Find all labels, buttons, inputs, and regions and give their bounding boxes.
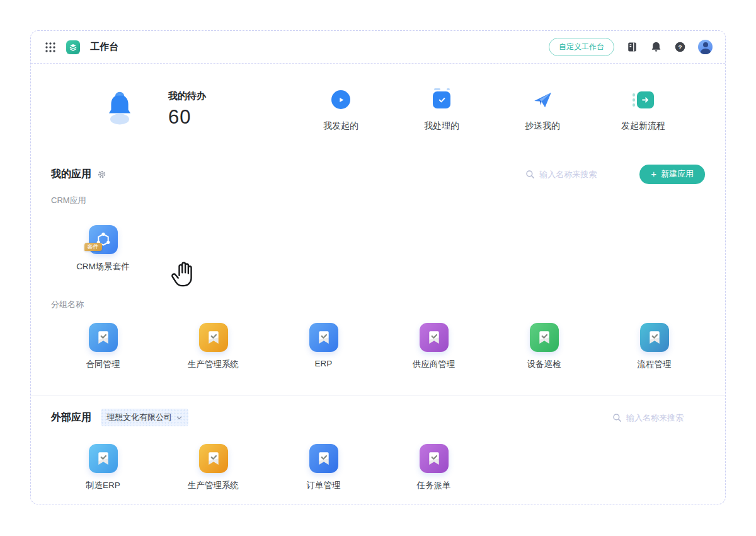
- external-apps-search-input[interactable]: [626, 413, 705, 422]
- company-selector[interactable]: 理想文化有限公司: [101, 409, 188, 426]
- app-tile[interactable]: ERP: [268, 323, 379, 370]
- todo-bell-illustration: [101, 89, 138, 127]
- bookmark-check-icon: [309, 444, 338, 473]
- external-apps-search: [612, 413, 705, 422]
- external-apps-title: 外部应用: [51, 411, 91, 424]
- bookmark-check-icon: [640, 323, 669, 352]
- manual-book-icon[interactable]: [626, 41, 638, 53]
- app-label: 供应商管理: [413, 359, 455, 370]
- my-apps-search-input[interactable]: [539, 170, 618, 179]
- hand-cursor: [169, 259, 199, 291]
- search-icon: [525, 170, 535, 179]
- my-apps-section: 我的应用 + 新建应用 CRM应用: [31, 165, 725, 370]
- external-apps-row: 制造ERP 生产管理系统 订单管理 任务派单: [31, 444, 725, 491]
- external-apps-header: 外部应用 理想文化有限公司: [31, 409, 725, 426]
- topbar-left: 工作台: [45, 40, 118, 54]
- app-tile[interactable]: 任务派单: [379, 444, 489, 491]
- section-divider: [31, 395, 725, 396]
- my-apps-header-right: + 新建应用: [525, 165, 705, 184]
- my-apps-title: 我的应用: [51, 168, 91, 181]
- start-flow-icon: [633, 91, 654, 108]
- suite-badge: 套件: [84, 243, 102, 251]
- bookmark-check-icon: [420, 323, 449, 352]
- shortcuts: 我发起的 我处理的: [290, 89, 694, 132]
- app-label: 设备巡检: [527, 359, 561, 370]
- shortcut-start-new-flow[interactable]: 发起新流程: [593, 89, 694, 132]
- app-tile-crm-suite[interactable]: 套件 CRM场景套件: [48, 225, 158, 272]
- bookmark-check-icon: [420, 444, 449, 473]
- hexagon-network-icon: 套件: [89, 225, 118, 254]
- search-icon: [612, 413, 622, 422]
- my-apps-search: [525, 170, 618, 179]
- crm-apps-row: 套件 CRM场景套件: [31, 225, 725, 272]
- bookmark-check-icon: [199, 323, 228, 352]
- paper-plane-icon: [532, 90, 553, 110]
- bookmark-check-icon: [199, 444, 228, 473]
- todo-block[interactable]: 我的待办 60: [168, 90, 206, 129]
- bookmark-check-icon: [89, 323, 118, 352]
- app-tile[interactable]: 合同管理: [48, 323, 158, 370]
- shortcut-label: 我处理的: [424, 120, 459, 132]
- group-label-generic: 分组名称: [31, 299, 725, 310]
- shortcut-handled-by-me[interactable]: 我处理的: [391, 89, 492, 132]
- shortcut-label: 发起新流程: [621, 120, 665, 132]
- company-name: 理想文化有限公司: [106, 412, 172, 423]
- app-tile[interactable]: 制造ERP: [48, 444, 158, 491]
- chevron-down-icon: [176, 414, 183, 421]
- app-tile[interactable]: 生产管理系统: [158, 323, 268, 370]
- topbar-right: 自定义工作台 ?: [549, 38, 713, 56]
- group-label-crm: CRM应用: [31, 195, 725, 206]
- app-grid-icon[interactable]: [45, 42, 56, 53]
- shortcut-cc-to-me[interactable]: 抄送我的: [492, 89, 593, 132]
- bookmark-check-icon: [309, 323, 338, 352]
- app-tile[interactable]: 生产管理系统: [158, 444, 268, 491]
- bookmark-check-icon: [530, 323, 559, 352]
- todo-label: 我的待办: [168, 90, 206, 102]
- new-app-button[interactable]: + 新建应用: [639, 165, 705, 184]
- page-title: 工作台: [90, 41, 118, 53]
- plus-icon: +: [651, 171, 656, 177]
- app-tile[interactable]: 设备巡检: [489, 323, 599, 370]
- workbench-logo-icon: [66, 40, 80, 54]
- shortcut-label: 我发起的: [323, 120, 358, 132]
- topbar: 工作台 自定义工作台 ?: [31, 31, 725, 64]
- workbench-window: 工作台 自定义工作台 ?: [30, 30, 726, 504]
- todo-count: 60: [168, 106, 206, 129]
- external-apps-header-right: [612, 413, 705, 422]
- svg-text:?: ?: [678, 44, 682, 50]
- app-label: 流程管理: [638, 359, 672, 370]
- app-label: 生产管理系统: [188, 359, 239, 370]
- settings-gear-icon[interactable]: [97, 170, 106, 179]
- checkbox-check-icon: [433, 91, 450, 108]
- todo-summary-section: 我的待办 60 我发起的: [31, 64, 725, 132]
- app-label: ERP: [315, 359, 333, 368]
- app-label: 生产管理系统: [188, 480, 239, 491]
- app-tile[interactable]: 供应商管理: [379, 323, 489, 370]
- app-tile[interactable]: 流程管理: [599, 323, 709, 370]
- shortcut-initiated-by-me[interactable]: 我发起的: [290, 89, 391, 132]
- app-label: CRM场景套件: [76, 261, 130, 272]
- bookmark-check-icon: [89, 444, 118, 473]
- customize-workbench-button[interactable]: 自定义工作台: [549, 38, 614, 56]
- app-label: 任务派单: [417, 480, 451, 491]
- external-apps-section: 外部应用 理想文化有限公司 制造ERP: [31, 409, 725, 491]
- app-label: 合同管理: [86, 359, 120, 370]
- my-apps-header: 我的应用 + 新建应用: [31, 165, 725, 184]
- app-label: 制造ERP: [86, 480, 120, 491]
- shortcut-label: 抄送我的: [525, 120, 560, 132]
- app-label: 订单管理: [307, 480, 341, 491]
- app-tile[interactable]: 订单管理: [268, 444, 379, 491]
- user-avatar[interactable]: [698, 40, 713, 54]
- notification-bell-icon[interactable]: [650, 41, 662, 53]
- new-app-button-label: 新建应用: [661, 168, 694, 180]
- play-circle-icon: [331, 90, 350, 109]
- my-apps-row: 合同管理 生产管理系统 ERP 供应商管理 设备巡检 流程管理: [31, 323, 725, 370]
- help-icon[interactable]: ?: [674, 41, 686, 53]
